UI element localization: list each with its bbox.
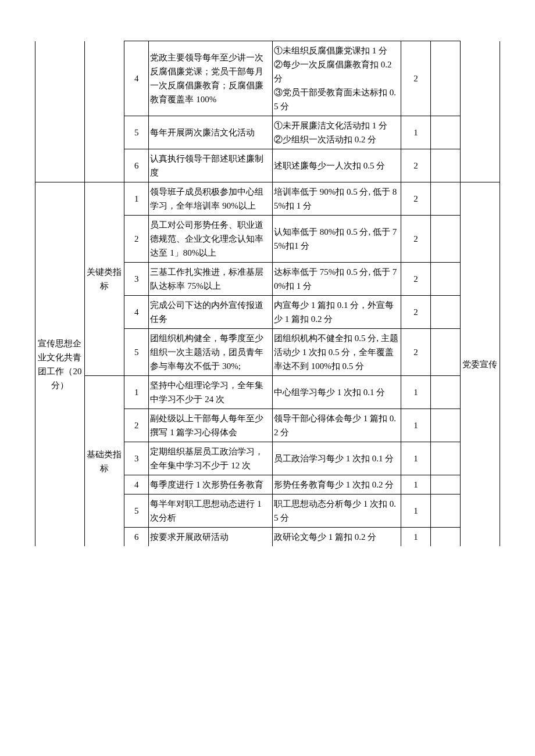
criteria-cell: 形势任务教育每少 1 次扣 0.2 分 — [272, 475, 401, 495]
content-cell: 三基工作扎实推进，标准基层队达标率 75%以上 — [149, 263, 273, 296]
score-cell: 2 — [401, 149, 430, 182]
table-row: 4 党政主要领导每年至少讲一次反腐倡廉党课；党员干部每月一次反腐倡廉教育；反腐倡… — [35, 41, 500, 116]
subcategory-cell — [84, 41, 124, 182]
criteria-cell: 团组织机构不健全扣 0.5 分, 主题活动少 1 次扣 0.5 分，全年覆盖率达… — [272, 329, 401, 376]
blank-cell — [430, 182, 460, 216]
score-cell: 1 — [401, 528, 430, 547]
table-row: 宣传思想企业文化共青团工作（20 分） 关键类指标 1 领导班子成员积极参加中心… — [35, 182, 500, 216]
row-number: 3 — [124, 442, 148, 475]
score-cell: 1 — [401, 495, 430, 528]
row-number: 3 — [124, 263, 148, 296]
table-row: 基础类指标 1 坚持中心组理论学习，全年集中学习不少于 24 次 中心组学习每少… — [35, 376, 500, 409]
blank-cell — [430, 216, 460, 263]
criteria-cell: 政研论文每少 1 篇扣 0.2 分 — [272, 528, 401, 547]
blank-cell — [430, 376, 460, 409]
blank-cell — [430, 149, 460, 182]
dept-cell: 党委宣传 — [460, 182, 500, 547]
score-cell: 2 — [401, 216, 430, 263]
content-cell: 每年开展两次廉洁文化活动 — [149, 116, 273, 149]
row-number: 2 — [124, 216, 148, 263]
blank-cell — [430, 495, 460, 528]
dept-cell — [460, 41, 500, 182]
row-number: 1 — [124, 182, 148, 216]
criteria-cell: 培训率低于 90%扣 0.5 分, 低于 85%扣 1 分 — [272, 182, 401, 216]
assessment-table: 4 党政主要领导每年至少讲一次反腐倡廉党课；党员干部每月一次反腐倡廉教育；反腐倡… — [35, 41, 500, 546]
blank-cell — [430, 296, 460, 329]
content-cell: 定期组织基层员工政治学习，全年集中学习不少于 12 次 — [149, 442, 273, 475]
score-cell: 1 — [401, 442, 430, 475]
content-cell: 副处级以上干部每人每年至少撰写 1 篇学习心得体会 — [149, 409, 273, 442]
blank-cell — [430, 116, 460, 149]
criteria-cell: 内宣每少 1 篇扣 0.1 分，外宣每少 1 篇扣 0.2 分 — [272, 296, 401, 329]
blank-cell — [430, 329, 460, 376]
content-cell: 完成公司下达的内外宣传报道任务 — [149, 296, 273, 329]
blank-cell — [430, 263, 460, 296]
content-cell: 党政主要领导每年至少讲一次反腐倡廉党课；党员干部每月一次反腐倡廉教育；反腐倡廉教… — [149, 41, 273, 116]
blank-cell — [430, 442, 460, 475]
row-number: 5 — [124, 329, 148, 376]
content-cell: 认真执行领导干部述职述廉制度 — [149, 149, 273, 182]
score-cell: 2 — [401, 329, 430, 376]
content-cell: 每半年对职工思想动态进行 1 次分析 — [149, 495, 273, 528]
criteria-cell: 员工政治学习每少 1 次扣 0.1 分 — [272, 442, 401, 475]
subcategory-label: 关键类指标 — [84, 182, 124, 376]
blank-cell — [430, 528, 460, 547]
score-cell: 2 — [401, 263, 430, 296]
content-cell: 领导班子成员积极参加中心组学习，全年培训率 90%以上 — [149, 182, 273, 216]
score-cell: 2 — [401, 182, 430, 216]
score-cell: 1 — [401, 376, 430, 409]
criteria-cell: 述职述廉每少一人次扣 0.5 分 — [272, 149, 401, 182]
content-cell: 每季度进行 1 次形势任务教育 — [149, 475, 273, 495]
criteria-cell: 领导干部心得体会每少 1 篇扣 0.2 分 — [272, 409, 401, 442]
criteria-cell: ①未开展廉洁文化活动扣 1 分 ②少组织一次活动扣 0.2 分 — [272, 116, 401, 149]
blank-cell — [430, 41, 460, 116]
content-cell: 团组织机构健全，每季度至少组织一次主题活动，团员青年参与率每次不低于 30%; — [149, 329, 273, 376]
category-title: 宣传思想企业文化共青团工作（20 分） — [35, 182, 85, 547]
content-cell: 员工对公司形势任务、职业道德规范、企业文化理念认知率达至 1」80%以上 — [149, 216, 273, 263]
row-number: 4 — [124, 296, 148, 329]
score-cell: 1 — [401, 409, 430, 442]
category-cell — [35, 41, 85, 182]
content-cell: 坚持中心组理论学习，全年集中学习不少于 24 次 — [149, 376, 273, 409]
row-number: 6 — [124, 149, 148, 182]
subcategory-label: 基础类指标 — [84, 376, 124, 547]
content-cell: 按要求开展政研活动 — [149, 528, 273, 547]
row-number: 5 — [124, 116, 148, 149]
blank-cell — [430, 409, 460, 442]
criteria-cell: 达标率低于 75%扣 0.5 分, 低于 70%扣 1 分 — [272, 263, 401, 296]
row-number: 2 — [124, 409, 148, 442]
criteria-cell: 中心组学习每少 1 次扣 0.1 分 — [272, 376, 401, 409]
row-number: 6 — [124, 528, 148, 547]
score-cell: 2 — [401, 41, 430, 116]
criteria-cell: 认知率低于 80%扣 0.5 分, 低于 75%扣1 分 — [272, 216, 401, 263]
row-number: 1 — [124, 376, 148, 409]
row-number: 5 — [124, 495, 148, 528]
score-cell: 1 — [401, 116, 430, 149]
score-cell: 2 — [401, 296, 430, 329]
row-number: 4 — [124, 41, 148, 116]
row-number: 4 — [124, 475, 148, 495]
score-cell: 1 — [401, 475, 430, 495]
blank-cell — [430, 475, 460, 495]
criteria-cell: ①未组织反腐倡廉党课扣 1 分 ②每少一次反腐倡廉教育扣 0.2 分 ③党员干部… — [272, 41, 401, 116]
criteria-cell: 职工思想动态分析每少 1 次扣 0.5 分 — [272, 495, 401, 528]
